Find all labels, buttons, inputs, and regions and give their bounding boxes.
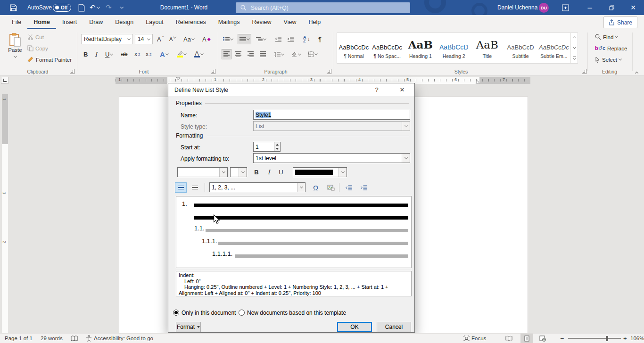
name-input[interactable]: Style1 <box>253 110 410 120</box>
autosave-toggle[interactable]: Off <box>53 0 71 15</box>
tab-references[interactable]: References <box>170 16 212 29</box>
radio-new-documents[interactable] <box>239 310 245 316</box>
new-document-icon[interactable] <box>78 0 85 15</box>
insert-picture-button[interactable] <box>325 182 337 193</box>
style-heading2[interactable]: AaBbCcD Heading 2 <box>437 33 471 63</box>
user-name[interactable]: Daniel Uchenna <box>497 0 537 15</box>
read-mode-button[interactable] <box>505 334 512 343</box>
zoom-slider-thumb[interactable] <box>606 336 608 341</box>
redo-button[interactable]: ↷ <box>106 0 112 15</box>
format-menu-button[interactable]: Format <box>176 322 201 332</box>
find-button[interactable]: Find <box>595 34 618 40</box>
paste-button[interactable]: Paste <box>5 32 25 68</box>
proofing-icon[interactable] <box>71 334 78 343</box>
tab-design[interactable]: Design <box>109 16 140 29</box>
format-underline-button[interactable]: U <box>276 167 286 177</box>
style-heading1[interactable]: AaB Heading 1 <box>404 33 438 63</box>
zoom-out-button[interactable]: − <box>560 334 564 343</box>
ribbon-display-options-icon[interactable] <box>562 0 569 15</box>
cancel-button[interactable]: Cancel <box>377 322 411 332</box>
align-left-button[interactable] <box>222 49 231 59</box>
clipboard-dialog-launcher-icon[interactable] <box>70 69 74 74</box>
font-size-select[interactable]: 14 <box>135 34 153 44</box>
word-count[interactable]: 29 words <box>41 334 63 343</box>
preview-increase-indent-button[interactable] <box>358 182 370 193</box>
superscript-button[interactable]: x2 <box>144 49 153 59</box>
apply-formatting-select[interactable]: 1st level <box>253 153 410 163</box>
avatar[interactable]: DU <box>539 3 549 13</box>
style-title[interactable]: AaB Title <box>471 33 504 63</box>
share-button[interactable]: Share <box>603 16 637 28</box>
replace-button[interactable]: b↺c Replace <box>595 45 627 51</box>
multilevel-list-button[interactable] <box>255 34 267 44</box>
accessibility-status[interactable]: Accessibility: Good to go <box>86 334 153 343</box>
sort-button[interactable]: AZ↓ <box>302 34 312 44</box>
format-size-select[interactable] <box>230 167 247 177</box>
zoom-slider[interactable] <box>568 334 621 343</box>
close-button[interactable]: ✕ <box>622 0 644 15</box>
line-spacing-button[interactable] <box>272 49 285 59</box>
clear-formatting-button[interactable]: A◆ <box>201 34 212 44</box>
styles-scroll-down-icon[interactable] <box>571 43 578 53</box>
format-italic-button[interactable]: I <box>264 167 274 177</box>
dialog-help-button[interactable]: ? <box>367 83 386 96</box>
format-bold-button[interactable]: B <box>251 167 262 177</box>
restore-button[interactable] <box>601 0 622 15</box>
borders-button[interactable] <box>306 49 319 59</box>
first-line-indent-marker[interactable] <box>176 77 181 81</box>
decrease-indent-button[interactable] <box>273 34 283 44</box>
page-indicator[interactable]: Page 1 of 1 <box>5 334 33 343</box>
select-button[interactable]: Select <box>595 57 621 63</box>
style-no-spacing[interactable]: AaBbCcDc ¶ No Spac... <box>371 33 404 63</box>
preview-numbering-button[interactable] <box>175 182 187 193</box>
style-subtitle[interactable]: AaBbCcD Subtitle <box>504 33 537 63</box>
text-effects-button[interactable]: A <box>158 49 170 59</box>
shrink-font-button[interactable]: A <box>168 34 177 44</box>
start-at-spinner[interactable] <box>274 142 280 151</box>
bold-button[interactable]: B <box>82 49 89 59</box>
format-painter-button[interactable]: Format Painter <box>27 57 72 63</box>
right-indent-marker[interactable] <box>475 80 480 84</box>
styles-scroll-up-icon[interactable] <box>571 33 578 43</box>
tab-insert[interactable]: Insert <box>56 16 83 29</box>
tab-home[interactable]: Home <box>27 16 56 29</box>
tab-selector[interactable] <box>1 77 8 84</box>
bullets-button[interactable] <box>222 34 234 44</box>
justify-button[interactable] <box>258 49 267 59</box>
tab-mailings[interactable]: Mailings <box>212 16 246 29</box>
search-input[interactable]: Search (Alt+Q) <box>236 2 410 13</box>
format-font-select[interactable] <box>177 167 228 177</box>
align-right-button[interactable] <box>246 49 255 59</box>
subscript-button[interactable]: x2 <box>133 49 141 59</box>
tab-file[interactable]: File <box>6 16 27 29</box>
preview-bullets-button[interactable] <box>189 182 201 193</box>
tab-review[interactable]: Review <box>246 16 278 29</box>
italic-button[interactable]: I <box>93 49 99 59</box>
change-case-button[interactable]: Aa <box>182 34 196 44</box>
underline-button[interactable]: U <box>104 49 114 59</box>
tab-layout[interactable]: Layout <box>140 16 170 29</box>
copy-button[interactable]: Copy <box>27 45 48 51</box>
undo-button[interactable]: ↶ <box>90 0 99 15</box>
customize-qat-icon[interactable] <box>121 0 123 15</box>
radio-only-in-document[interactable] <box>173 310 179 316</box>
styles-dialog-launcher-icon[interactable] <box>582 69 586 74</box>
grow-font-button[interactable]: A^ <box>156 34 165 44</box>
tab-draw[interactable]: Draw <box>83 16 109 29</box>
save-icon[interactable] <box>9 0 17 15</box>
font-color-button[interactable]: A <box>192 49 205 59</box>
strikethrough-button[interactable]: ab <box>120 49 129 59</box>
font-dialog-launcher-icon[interactable] <box>211 69 215 74</box>
highlight-color-button[interactable] <box>175 49 188 59</box>
paragraph-dialog-launcher-icon[interactable] <box>327 69 331 74</box>
shading-button[interactable] <box>289 49 302 59</box>
focus-mode-button[interactable]: Focus <box>463 334 486 343</box>
numbering-button[interactable] <box>238 34 251 44</box>
preview-decrease-indent-button[interactable] <box>343 182 355 193</box>
minimize-button[interactable]: ─ <box>579 0 601 15</box>
increase-indent-button[interactable] <box>286 34 296 44</box>
start-at-input[interactable]: 1 <box>253 142 281 152</box>
number-format-select[interactable]: 1, 2, 3, ... <box>209 182 305 192</box>
collapse-ribbon-icon[interactable] <box>636 69 638 76</box>
zoom-in-button[interactable]: + <box>623 334 627 343</box>
